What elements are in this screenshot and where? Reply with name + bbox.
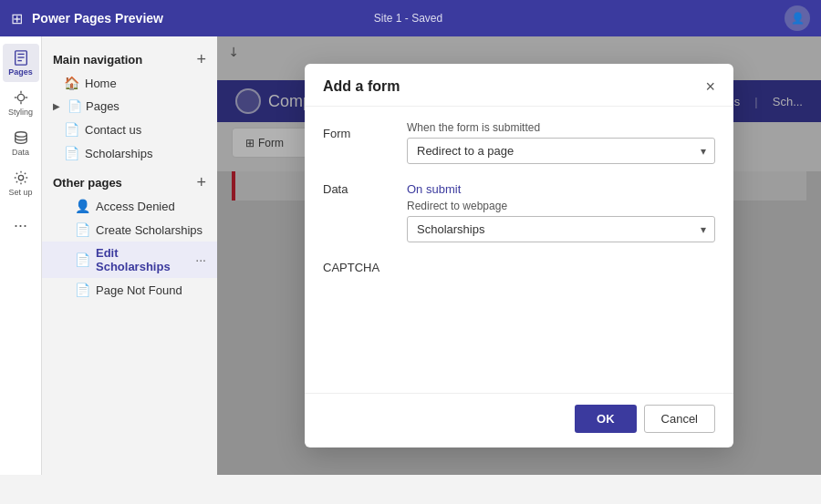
cancel-button[interactable]: Cancel [644, 405, 715, 433]
captcha-label: CAPTCHA [323, 255, 396, 274]
dialog-row-data: Data On submit Redirect to webpage Schol… [323, 177, 715, 242]
svg-point-10 [18, 175, 23, 180]
sidebar-item-scholarships-label: Scholarships [85, 147, 152, 160]
sidebar-item-access-denied[interactable]: 👤 Access Denied [42, 194, 217, 218]
app-title: Power Pages Preview [32, 11, 374, 26]
grid-icon: ⊞ [11, 10, 23, 27]
sidebar-item-home-label: Home [85, 77, 117, 90]
sidebar-icon-pages[interactable]: Pages [3, 44, 39, 82]
content-area: ↙ Company name Home | Pages▾ | Contact u… [217, 36, 821, 475]
sidebar-item-page-not-found[interactable]: 📄 Page Not Found [42, 278, 217, 302]
add-form-dialog: Add a form × Form When the form is submi… [305, 64, 733, 447]
scholarships-icon: 📄 [64, 146, 79, 160]
add-main-nav-button[interactable]: + [196, 51, 206, 67]
sidebar-item-create-scholarships[interactable]: 📄 Create Scholarships [42, 218, 217, 242]
sidebar-icon-data-label: Data [12, 148, 29, 157]
icon-sidebar: Pages Styling Data Set up ··· [0, 36, 42, 475]
sidebar-item-home[interactable]: 🏠 Home [42, 71, 217, 95]
main-nav-header: Main navigation + [42, 44, 217, 71]
redirect-select-wrapper: Redirect to a page Stay on page Show suc… [407, 138, 715, 164]
on-submit-field: On submit Redirect to webpage Scholarshi… [407, 177, 715, 242]
sidebar-item-pages[interactable]: ▶ 📄 Pages [42, 95, 217, 118]
redirect-to-page-select[interactable]: Redirect to a page Stay on page Show suc… [407, 138, 715, 164]
on-submit-link[interactable]: On submit [407, 177, 461, 196]
topbar: ⊞ Power Pages Preview Site 1 - Saved 👤 [0, 0, 821, 36]
sidebar-item-page-not-found-label: Page Not Found [96, 283, 182, 297]
sidebar-item-access-denied-label: Access Denied [96, 200, 175, 213]
dialog-title: Add a form [323, 78, 400, 95]
dialog-row-captcha: CAPTCHA [323, 255, 715, 274]
sidebar-icon-styling[interactable]: Styling [3, 84, 39, 122]
sidebar-item-edit-scholarships-label: Edit Scholarships [96, 246, 190, 273]
data-label: Data [323, 177, 396, 196]
more-options-button[interactable]: ··· [195, 252, 206, 267]
main-layout: Pages Styling Data Set up ··· Main navig… [0, 36, 821, 475]
main-nav-title: Main navigation [53, 53, 142, 67]
other-pages-header: Other pages + [42, 165, 217, 194]
home-icon: 🏠 [64, 76, 79, 90]
redirect-webpage-label: Redirect to webpage [407, 200, 715, 212]
sidebar-icon-data[interactable]: Data [3, 124, 39, 162]
sidebar-icon-more[interactable]: ··· [3, 211, 39, 239]
sidebar-item-contact-us[interactable]: 📄 Contact us [42, 118, 217, 141]
sidebar-item-scholarships[interactable]: 📄 Scholarships [42, 141, 217, 165]
svg-point-4 [17, 94, 24, 100]
dialog-header: Add a form × [305, 64, 733, 107]
create-scholarships-icon: 📄 [75, 222, 90, 237]
pages-icon: 📄 [68, 99, 82, 113]
sidebar-item-edit-scholarships[interactable]: 📄 Edit Scholarships ··· [42, 242, 217, 278]
svg-point-9 [15, 132, 26, 137]
dialog-close-button[interactable]: × [705, 78, 715, 95]
sidebar-item-create-scholarships-label: Create Scholarships [96, 223, 203, 237]
dialog-overlay: Add a form × Form When the form is submi… [217, 36, 821, 475]
add-other-pages-button[interactable]: + [196, 174, 206, 190]
dialog-footer: OK Cancel [305, 393, 733, 447]
sidebar-icon-pages-label: Pages [8, 67, 33, 77]
user-avatar[interactable]: 👤 [785, 5, 810, 31]
sidebar-content: Main navigation + 🏠 Home ▶ 📄 Pages 📄 Con… [42, 36, 217, 475]
site-status: Site 1 - Saved [374, 12, 442, 25]
edit-scholarships-icon: 📄 [75, 252, 90, 267]
sidebar-item-contact-us-label: Contact us [85, 123, 141, 137]
ok-button[interactable]: OK [575, 405, 637, 433]
dialog-body: Form When the form is submitted Redirect… [305, 107, 733, 302]
contact-icon: 📄 [64, 122, 79, 137]
webpage-select-wrapper: Scholarships Home Contact us [407, 216, 715, 242]
sidebar-item-pages-label: Pages [86, 99, 120, 113]
access-denied-icon: 👤 [75, 199, 90, 213]
form-label: Form [323, 121, 396, 140]
dialog-row-form: Form When the form is submitted Redirect… [323, 121, 715, 164]
webpage-select[interactable]: Scholarships Home Contact us [407, 216, 715, 242]
page-not-found-icon: 📄 [75, 283, 90, 297]
sidebar-icon-setup[interactable]: Set up [3, 164, 39, 202]
sidebar-icon-styling-label: Styling [8, 108, 33, 117]
other-pages-title: Other pages [53, 176, 122, 190]
when-submitted-label: When the form is submitted [407, 121, 715, 134]
chevron-right-icon: ▶ [53, 101, 60, 111]
when-submitted-field: When the form is submitted Redirect to a… [407, 121, 715, 164]
sidebar-icon-setup-label: Set up [8, 188, 32, 197]
